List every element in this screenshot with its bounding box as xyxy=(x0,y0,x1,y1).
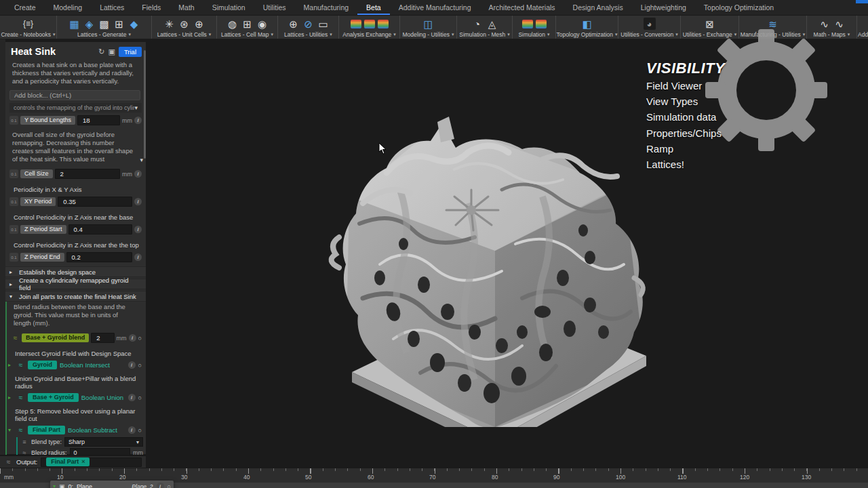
y-bound-lengths-label[interactable]: Y Bound Lengths xyxy=(20,116,75,125)
info-icon[interactable]: i xyxy=(129,334,136,342)
info-icon[interactable]: i xyxy=(134,117,142,124)
tab-utilities[interactable]: Utilities xyxy=(254,0,295,15)
trial-badge[interactable]: Trial xyxy=(119,47,142,57)
ribbon-dropdown-create-notebooks[interactable]: Create - Notebooks▾ xyxy=(1,31,55,38)
chevron-down-icon[interactable]: ▾ xyxy=(140,156,143,164)
section-gyroid-field[interactable]: ▸ Create a cylindrically remapped gyroid… xyxy=(5,279,146,289)
ribbon-dropdown-topology-optimization[interactable]: Topology Optimization▾ xyxy=(556,31,617,38)
info-icon[interactable]: i xyxy=(128,361,136,369)
topopt-region-icon[interactable]: ◧ xyxy=(581,18,593,30)
tab-create[interactable]: Create xyxy=(5,0,45,15)
unit-cell-surface-icon[interactable]: ⊕ xyxy=(193,18,205,30)
z-period-start-value[interactable]: 0.4 xyxy=(68,224,132,235)
ribbon-dropdown-utilities-conversion[interactable]: Utilities - Conversion▾ xyxy=(620,31,677,38)
base-gyroid-blend-value[interactable]: 2 xyxy=(91,333,114,343)
ribbon-dropdown-analysis-exchange[interactable]: Analysis Exchange▾ xyxy=(342,31,395,38)
xy-period-value[interactable]: 0.35 xyxy=(58,197,132,207)
lattice-wireframe-icon[interactable]: ⊞ xyxy=(113,18,125,30)
info-icon[interactable]: i xyxy=(128,426,136,434)
remove-chip-icon[interactable]: × xyxy=(81,458,85,465)
lattice-body-icon[interactable]: ◈ xyxy=(83,18,96,30)
analysis-import-icon[interactable] xyxy=(364,20,375,28)
tab-additive-manufacturing[interactable]: Additive Manufacturing xyxy=(390,0,480,15)
info-icon[interactable]: i xyxy=(134,226,142,233)
base-gyroid-chip[interactable]: Base + Gyroid xyxy=(28,393,79,402)
sim-displace-icon[interactable] xyxy=(522,20,533,28)
notebook-icon[interactable]: {≡} xyxy=(23,18,33,30)
mesh-fan-icon[interactable]: ◔ xyxy=(471,18,484,30)
tab-math[interactable]: Math xyxy=(170,0,203,15)
cell-map-ball-icon[interactable]: ◉ xyxy=(256,18,269,30)
z-period-end-label[interactable]: Z Period End xyxy=(20,253,64,262)
ribbon-dropdown-simulation[interactable]: Simulation▾ xyxy=(518,31,549,38)
base-gyroid-blend-label[interactable]: Base + Gyroid blend xyxy=(22,333,89,342)
info-icon[interactable]: i xyxy=(134,253,142,261)
ribbon-dropdown-modeling-utilities[interactable]: Modeling - Utilities▾ xyxy=(403,31,454,38)
tab-design-analysis[interactable]: Design Analysis xyxy=(564,0,632,15)
lattice-trim-icon[interactable]: ⊘ xyxy=(302,18,315,30)
mirror-body-icon[interactable]: ◫ xyxy=(422,18,435,30)
cell-map-sphere-icon[interactable]: ◍ xyxy=(226,18,239,30)
add-block-input[interactable] xyxy=(9,90,140,100)
unit-cell-gyroid-icon[interactable]: ⊛ xyxy=(178,18,191,30)
final-part-chip[interactable]: Final Part xyxy=(28,426,65,434)
visibility-toggle-icon[interactable]: ○ xyxy=(138,427,142,434)
cell-size-value[interactable]: 2 xyxy=(55,169,120,179)
info-icon[interactable]: i xyxy=(134,198,142,205)
lattice-cube-icon[interactable]: ▦ xyxy=(68,18,81,30)
cell-map-cube-icon[interactable]: ⊞ xyxy=(241,18,254,30)
section-design-space[interactable]: ▸ Establish the design space xyxy=(5,266,146,277)
chevron-down-icon[interactable]: ▾ xyxy=(8,427,14,433)
ribbon-dropdown-simulation-mesh[interactable]: Simulation - Mesh▾ xyxy=(459,31,510,38)
ribbon-dropdown-lattices-unit-cells[interactable]: Lattices - Unit Cells▾ xyxy=(157,31,212,38)
lattice-solid-icon[interactable]: ◆ xyxy=(128,18,140,30)
z-period-start-label[interactable]: Z Period Start xyxy=(20,225,66,234)
ribbon-dropdown-lattices-generate[interactable]: Lattices - Generate▾ xyxy=(77,31,131,38)
info-icon[interactable]: i xyxy=(128,394,136,401)
chevron-down-icon[interactable]: ▾ xyxy=(134,104,138,111)
refresh-icon[interactable]: ↻ xyxy=(98,47,104,56)
info-icon[interactable]: i xyxy=(157,483,164,488)
info-icon[interactable]: i xyxy=(134,170,142,178)
lattice-add-node-icon[interactable]: ⊕ xyxy=(288,18,300,30)
cell-size-label[interactable]: Cell Size xyxy=(20,169,53,178)
output-field[interactable]: Final Part × xyxy=(41,458,142,467)
mesh-shell-icon[interactable]: ◬ xyxy=(486,18,498,30)
tab-lightweighting[interactable]: Lightweighting xyxy=(632,0,695,15)
boolean-subtract-op[interactable]: Boolean Subtract xyxy=(68,426,125,434)
copy-icon[interactable]: ▣ xyxy=(108,47,115,56)
chevron-right-icon[interactable]: ▸ xyxy=(8,362,14,368)
tab-modeling[interactable]: Modeling xyxy=(45,0,92,15)
visibility-toggle-icon[interactable]: ○ xyxy=(138,394,142,401)
tab-manufacturing[interactable]: Manufacturing xyxy=(295,0,358,15)
remap-hint-row[interactable]: controls the remapping of the gyroid int… xyxy=(9,103,142,113)
y-bound-lengths-value[interactable]: 18 xyxy=(77,115,120,125)
ribbon-dropdown-lattices-cell-map[interactable]: Lattices - Cell Map▾ xyxy=(221,31,273,38)
visibility-toggle-icon[interactable]: ○ xyxy=(138,335,142,342)
z-period-end-value[interactable]: 0.2 xyxy=(66,252,132,262)
lattice-checker-icon[interactable]: ▩ xyxy=(98,18,111,30)
visibility-toggle-icon[interactable]: ○ xyxy=(167,483,171,488)
boolean-intersect-op[interactable]: Boolean Intersect xyxy=(60,361,125,369)
chevron-right-icon[interactable]: ▸ xyxy=(8,394,14,401)
tab-lattices[interactable]: Lattices xyxy=(91,0,133,15)
map-curve-icon-2[interactable]: ∿ xyxy=(833,18,846,30)
tab-beta[interactable]: Beta xyxy=(357,0,390,15)
blend-type-dropdown[interactable]: Sharp ▾ xyxy=(64,437,143,447)
tab-architected-materials[interactable]: Architected Materials xyxy=(480,0,564,15)
unit-cell-graph-icon[interactable]: ✳ xyxy=(163,18,176,30)
convert-sphere-icon[interactable]: ◕ xyxy=(644,18,656,30)
analysis-export-icon[interactable] xyxy=(351,20,361,28)
final-part-chip[interactable]: Final Part × xyxy=(46,458,90,466)
ribbon-dropdown-additive-manufacturing[interactable]: Additive Manufacturing▾ xyxy=(858,31,868,38)
visibility-toggle-icon[interactable]: ○ xyxy=(138,362,142,369)
plane-header[interactable]: ▾ ▣ 0: Plane Plane_2 i ○ xyxy=(53,482,171,488)
analysis-map-icon[interactable] xyxy=(378,20,389,28)
tab-topology-optimization[interactable]: Topology Optimization xyxy=(695,0,783,15)
xy-period-label[interactable]: XY Period xyxy=(20,197,56,206)
tab-fields[interactable]: Fields xyxy=(133,0,170,15)
boolean-union-op[interactable]: Boolean Union xyxy=(81,394,125,401)
gyroid-chip[interactable]: Gyroid xyxy=(28,361,57,369)
section-join-parts[interactable]: ▾ Join all parts to create the final Hea… xyxy=(5,291,146,302)
tab-simulation[interactable]: Simulation xyxy=(203,0,254,15)
